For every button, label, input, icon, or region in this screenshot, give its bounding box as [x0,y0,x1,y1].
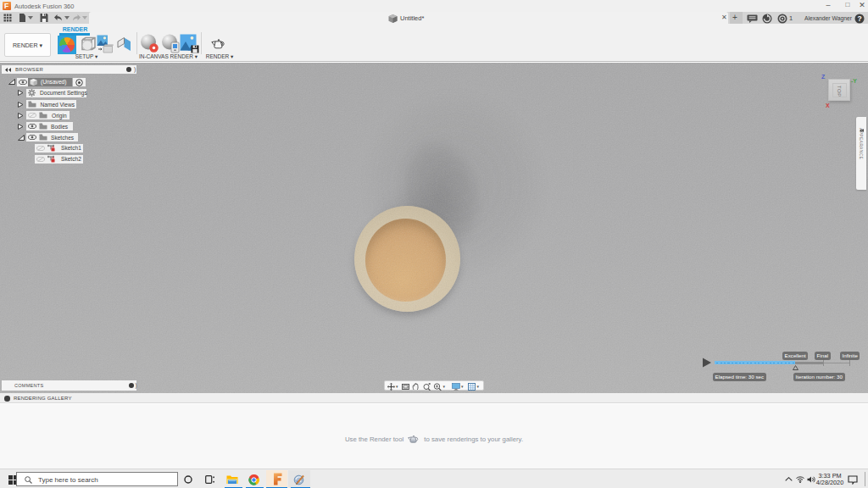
svg-text:?: ? [857,14,861,23]
